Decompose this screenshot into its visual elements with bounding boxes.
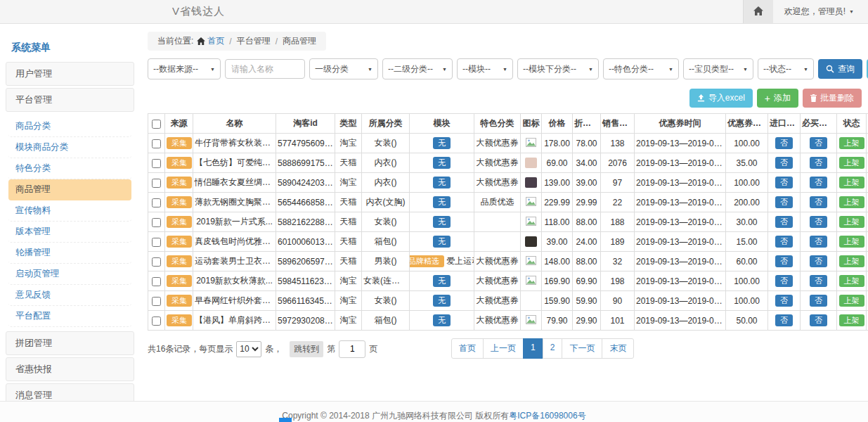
imported-badge[interactable]: 否 xyxy=(775,157,793,169)
imported-badge[interactable]: 否 xyxy=(775,275,793,287)
must-buy-badge[interactable]: 否 xyxy=(810,236,827,248)
row-checkbox[interactable] xyxy=(152,218,161,227)
row-checkbox[interactable] xyxy=(152,277,161,286)
imported-badge[interactable]: 否 xyxy=(775,236,793,248)
sidebar-subitem-1-9[interactable]: 平台配置 xyxy=(8,306,131,327)
imported-badge[interactable]: 否 xyxy=(775,295,793,307)
pager-item-1[interactable]: 上一页 xyxy=(483,338,524,359)
row-checkbox[interactable] xyxy=(152,238,161,247)
status-badge[interactable]: 上架 xyxy=(839,275,864,287)
filter-select-1[interactable]: 一级分类▼ xyxy=(309,58,378,79)
pager-item-4[interactable]: 下一页 xyxy=(562,338,602,359)
must-buy-badge[interactable]: 否 xyxy=(810,157,827,169)
must-buy-badge[interactable]: 否 xyxy=(810,295,827,307)
user-menu[interactable]: 欢迎您，管理员! ▼ xyxy=(773,0,868,23)
icon-cell xyxy=(521,173,542,193)
feature-category-cell: 大额优惠券 xyxy=(474,134,521,153)
icon-cell xyxy=(521,291,542,311)
page-size-select[interactable]: 10 xyxy=(236,341,261,357)
status-badge[interactable]: 上架 xyxy=(839,255,864,267)
sidebar-subitem-1-3[interactable]: 商品管理 xyxy=(8,179,131,200)
must-buy-badge[interactable]: 否 xyxy=(810,177,827,188)
status-badge[interactable]: 上架 xyxy=(839,295,864,307)
row-checkbox[interactable] xyxy=(152,159,161,168)
filter-select-6[interactable]: --宝贝类型--▼ xyxy=(683,58,753,79)
price-cell: 178.00 xyxy=(542,134,573,153)
topbar: V省钱达人 欢迎您，管理员! ▼ xyxy=(0,0,868,24)
must-buy-badge[interactable]: 否 xyxy=(810,314,827,326)
row-checkbox[interactable] xyxy=(152,179,161,188)
breadcrumb-item-0[interactable]: 平台管理 xyxy=(237,35,271,47)
sidebar-item-1[interactable]: 平台管理 xyxy=(6,88,134,112)
breadcrumb-home-link[interactable]: 首页 xyxy=(207,35,224,47)
must-buy-badge[interactable]: 否 xyxy=(810,196,827,208)
imported-badge[interactable]: 否 xyxy=(775,314,793,326)
status-cell: 上架 xyxy=(837,153,867,173)
row-checkbox[interactable] xyxy=(152,257,161,267)
status-badge[interactable]: 上架 xyxy=(839,177,864,188)
status-badge[interactable]: 上架 xyxy=(839,196,864,208)
sidebar-subitem-1-7[interactable]: 启动页管理 xyxy=(8,264,131,285)
pager-item-5[interactable]: 末页 xyxy=(602,338,634,359)
sidebar-subitem-1-6[interactable]: 轮播管理 xyxy=(8,243,131,264)
batch-delete-button[interactable]: 批量删除 xyxy=(803,89,862,108)
sidebar-subitem-1-5[interactable]: 版本管理 xyxy=(8,222,131,243)
status-badge[interactable]: 上架 xyxy=(839,236,864,248)
icp-link[interactable]: 粤ICP备16098006号 xyxy=(509,411,585,421)
status-badge[interactable]: 上架 xyxy=(839,157,864,169)
filter-select-4[interactable]: --模块下分类--▼ xyxy=(517,58,599,79)
status-badge[interactable]: 上架 xyxy=(839,216,864,228)
sidebar-subitem-1-0[interactable]: 商品分类 xyxy=(8,116,131,137)
price-cell: 139.00 xyxy=(542,173,573,193)
chevron-down-icon: ▼ xyxy=(368,67,373,72)
pager-item-3[interactable]: 2 xyxy=(543,338,563,359)
sidebar-subitem-1-8[interactable]: 意见反馈 xyxy=(8,285,131,306)
pager-item-0[interactable]: 首页 xyxy=(451,338,484,359)
imported-badge[interactable]: 否 xyxy=(775,216,793,228)
filter-select-0[interactable]: --数据来源--▼ xyxy=(148,58,221,79)
must-buy-badge[interactable]: 否 xyxy=(810,216,827,228)
must-buy-badge[interactable]: 否 xyxy=(810,137,827,149)
row-checkbox[interactable] xyxy=(152,198,161,207)
row-checkbox[interactable] xyxy=(152,297,161,306)
sidebar-subitem-1-2[interactable]: 特色分类 xyxy=(8,158,131,179)
select-all-checkbox[interactable] xyxy=(152,120,161,129)
row-checkbox[interactable] xyxy=(152,316,161,326)
module-cell: 无 xyxy=(410,212,474,232)
imported-badge[interactable]: 否 xyxy=(775,196,793,208)
filter-select-3[interactable]: --模块--▼ xyxy=(457,58,513,79)
row-checkbox[interactable] xyxy=(152,139,161,148)
coupon-amount-cell: 100.00 xyxy=(726,291,768,311)
sidebar-item-0[interactable]: 用户管理 xyxy=(6,62,134,86)
sidebar-item-2[interactable]: 拼团管理 xyxy=(6,331,134,355)
sidebar-item-4[interactable]: 消息管理 xyxy=(6,383,134,401)
select-all-header xyxy=(148,114,165,134)
row-select-cell xyxy=(148,193,165,212)
sidebar-item-3[interactable]: 省惠快报 xyxy=(6,357,134,381)
must-buy-badge[interactable]: 否 xyxy=(810,275,827,287)
sidebar-subitem-1-1[interactable]: 模块商品分类 xyxy=(8,137,131,158)
breadcrumb-item-1[interactable]: 商品管理 xyxy=(283,35,316,47)
query-button[interactable]: 查询 xyxy=(818,59,862,79)
sales-cell: 198 xyxy=(601,271,635,291)
imported-badge[interactable]: 否 xyxy=(775,255,793,267)
pager-item-2[interactable]: 1 xyxy=(523,338,543,359)
search-input[interactable] xyxy=(225,59,305,79)
page-number-input[interactable] xyxy=(339,340,365,358)
status-badge[interactable]: 上架 xyxy=(839,137,864,149)
status-badge[interactable]: 上架 xyxy=(839,314,864,326)
imported-badge[interactable]: 否 xyxy=(775,177,793,188)
add-button[interactable]: + 添加 xyxy=(757,89,798,108)
import-excel-button[interactable]: 导入excel xyxy=(689,89,753,108)
filter-select-5[interactable]: --特色分类--▼ xyxy=(603,58,679,79)
sidebar-subitem-1-4[interactable]: 宣传物料 xyxy=(8,200,131,222)
home-button[interactable] xyxy=(743,0,773,23)
filter-select-2[interactable]: --二级分类--▼ xyxy=(382,58,453,79)
taoke-id-cell: 596611634525 xyxy=(276,291,335,311)
filter-select-7[interactable]: --状态--▼ xyxy=(758,58,814,79)
must-buy-badge[interactable]: 否 xyxy=(810,255,827,267)
imported-badge[interactable]: 否 xyxy=(775,137,793,149)
category-cell: 内衣(文胸) xyxy=(362,193,410,212)
feature-category-cell: 大额优惠券 xyxy=(474,173,521,193)
jump-to-button[interactable]: 跳转到 xyxy=(290,341,323,357)
